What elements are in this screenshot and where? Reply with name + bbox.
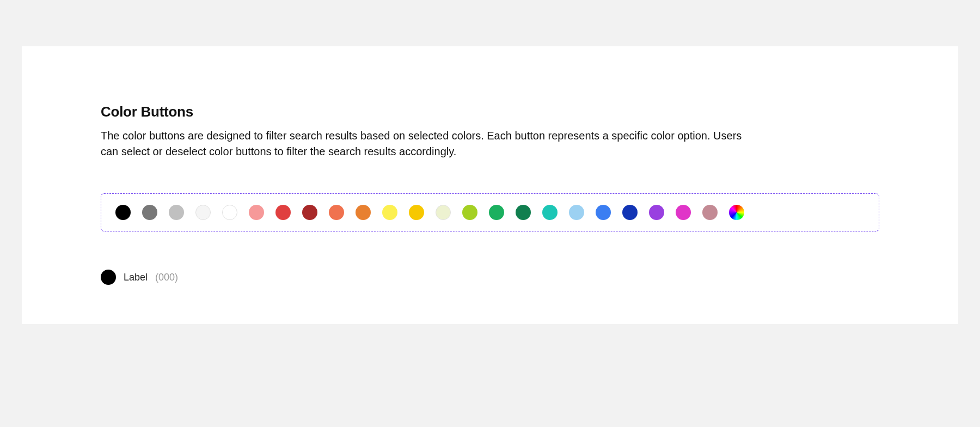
color-swatch-orange[interactable] [356,205,371,220]
color-swatch-off-white[interactable] [195,205,211,220]
color-swatch-blue[interactable] [596,205,611,220]
example-swatch [101,270,116,285]
color-swatch-red[interactable] [275,205,291,220]
color-swatch-purple[interactable] [649,205,664,220]
color-swatch-pale-green[interactable] [436,205,451,220]
color-swatch-magenta[interactable] [676,205,691,220]
color-swatch-dark-red[interactable] [302,205,317,220]
color-swatch-row [101,193,879,231]
color-swatch-lime[interactable] [462,205,477,220]
example-count: (000) [155,272,178,283]
color-swatch-green[interactable] [489,205,504,220]
color-swatch-mauve[interactable] [702,205,718,220]
color-swatch-light-gray[interactable] [169,205,184,220]
color-swatch-multicolor[interactable] [729,205,744,220]
color-swatch-light-blue[interactable] [569,205,584,220]
card: Color Buttons The color buttons are desi… [22,46,958,324]
color-swatch-black[interactable] [115,205,131,220]
color-swatch-dark-gray[interactable] [142,205,157,220]
color-swatch-yellow[interactable] [382,205,397,220]
color-swatch-dark-blue[interactable] [622,205,638,220]
color-swatch-teal[interactable] [542,205,558,220]
section-heading: Color Buttons [101,103,879,120]
color-swatch-gold[interactable] [409,205,424,220]
color-swatch-dark-green[interactable] [516,205,531,220]
example-label: Label [124,272,148,283]
color-swatch-coral[interactable] [329,205,344,220]
example-item[interactable]: Label (000) [101,270,879,285]
color-swatch-white[interactable] [222,205,237,220]
color-swatch-pink[interactable] [249,205,264,220]
section-description: The color buttons are designed to filter… [101,128,754,160]
